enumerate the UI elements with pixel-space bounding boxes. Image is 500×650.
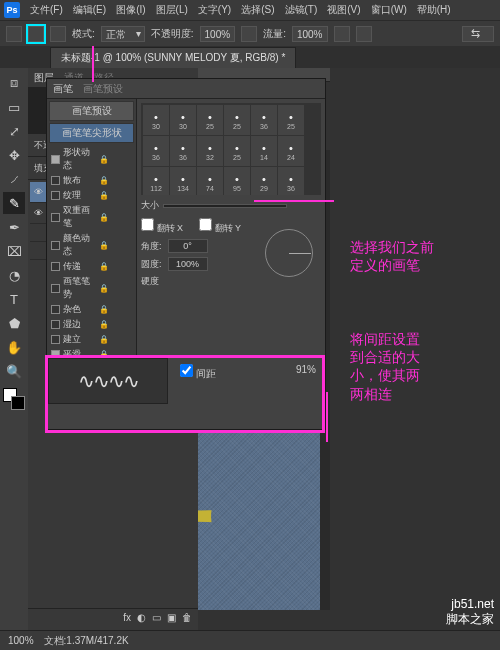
brush-thumb[interactable]: •25 — [224, 136, 250, 166]
tab-brush[interactable]: 画笔 — [53, 82, 73, 96]
new-layer-icon[interactable]: ▣ — [167, 612, 176, 627]
pressure-opacity-icon[interactable] — [241, 26, 257, 42]
flow-field[interactable]: 100% — [292, 26, 328, 42]
menu-select[interactable]: 选择(S) — [237, 1, 278, 19]
checkbox-icon[interactable] — [51, 284, 60, 293]
lasso-tool[interactable]: ⤢ — [3, 120, 25, 142]
brush-thumb[interactable]: •32 — [197, 136, 223, 166]
checkbox-icon[interactable] — [51, 155, 60, 164]
shape-tool[interactable]: ⬟ — [3, 312, 25, 334]
tool-preset-icon[interactable] — [6, 26, 22, 42]
menu-file[interactable]: 文件(F) — [26, 1, 67, 19]
brush-option-row[interactable]: 散布🔒 — [49, 173, 134, 188]
document-tab[interactable]: 未标题-1 @ 100% (SUNNY MELODY 夏, RGB/8) * — [50, 47, 296, 68]
brush-tool[interactable]: ✎ — [3, 192, 25, 214]
zoom-tool[interactable]: 🔍 — [3, 360, 25, 382]
lock-icon[interactable]: 🔒 — [99, 284, 132, 293]
menu-edit[interactable]: 编辑(E) — [69, 1, 110, 19]
menu-help[interactable]: 帮助(H) — [413, 1, 455, 19]
lock-icon[interactable]: 🔒 — [99, 305, 132, 314]
brush-thumb[interactable]: •25 — [278, 105, 304, 135]
move-tool[interactable]: ⧈ — [3, 72, 25, 94]
visibility-icon[interactable]: 👁 — [32, 208, 44, 218]
brush-option-row[interactable]: 杂色🔒 — [49, 302, 134, 317]
menu-type[interactable]: 文字(Y) — [194, 1, 235, 19]
airbrush-icon[interactable] — [334, 26, 350, 42]
brush-thumb[interactable]: •112 — [143, 167, 169, 195]
visibility-icon[interactable]: 👁 — [32, 187, 44, 197]
flip-y-checkbox[interactable] — [199, 218, 212, 231]
checkbox-icon[interactable] — [51, 213, 60, 222]
brush-thumb[interactable]: •36 — [278, 167, 304, 195]
checkbox-icon[interactable] — [51, 191, 60, 200]
brush-thumb[interactable]: •29 — [251, 167, 277, 195]
angle-control[interactable] — [265, 229, 313, 277]
eyedropper-tool[interactable]: ⟋ — [3, 168, 25, 190]
opacity-field[interactable]: 100% — [200, 26, 236, 42]
crop-tool[interactable]: ✥ — [3, 144, 25, 166]
brush-preset-picker[interactable] — [28, 26, 44, 42]
stamp-tool[interactable]: ✒ — [3, 216, 25, 238]
color-swatch[interactable] — [3, 388, 25, 410]
brush-thumb[interactable]: •30 — [170, 105, 196, 135]
checkbox-icon[interactable] — [51, 335, 60, 344]
folder-icon[interactable]: ▭ — [152, 612, 161, 627]
lock-icon[interactable]: 🔒 — [99, 262, 132, 271]
lock-icon[interactable]: 🔒 — [99, 155, 132, 164]
brush-option-row[interactable]: 传递🔒 — [49, 259, 134, 274]
menu-layer[interactable]: 图层(L) — [152, 1, 192, 19]
brush-thumb[interactable]: •24 — [278, 136, 304, 166]
brush-thumb[interactable]: •30 — [143, 105, 169, 135]
brush-option-row[interactable]: 形状动态🔒 — [49, 145, 134, 173]
spacing-checkbox[interactable] — [180, 364, 193, 377]
menu-image[interactable]: 图像(I) — [112, 1, 149, 19]
lock-icon[interactable]: 🔒 — [99, 176, 132, 185]
brush-option-row[interactable]: 纹理🔒 — [49, 188, 134, 203]
workspace-switcher[interactable] — [462, 26, 494, 42]
brush-tip-shape-button[interactable]: 画笔笔尖形状 — [49, 123, 134, 143]
brush-option-row[interactable]: 湿边🔒 — [49, 317, 134, 332]
gradient-tool[interactable]: ◔ — [3, 264, 25, 286]
checkbox-icon[interactable] — [51, 262, 60, 271]
fx-icon[interactable]: fx — [123, 612, 131, 627]
size-slider[interactable] — [163, 204, 287, 208]
type-tool[interactable]: T — [3, 288, 25, 310]
brush-option-row[interactable]: 颜色动态🔒 — [49, 231, 134, 259]
lock-icon[interactable]: 🔒 — [99, 191, 132, 200]
tab-brush-presets[interactable]: 画笔预设 — [83, 82, 123, 96]
trash-icon[interactable]: 🗑 — [182, 612, 192, 627]
brush-thumb[interactable]: •36 — [251, 105, 277, 135]
pressure-size-icon[interactable] — [356, 26, 372, 42]
brush-option-row[interactable]: 双重画笔🔒 — [49, 203, 134, 231]
hand-tool[interactable]: ✋ — [3, 336, 25, 358]
lock-icon[interactable]: 🔒 — [99, 241, 132, 250]
brush-panel-toggle[interactable] — [50, 26, 66, 42]
brush-thumb[interactable]: •25 — [197, 105, 223, 135]
roundness-field[interactable]: 100% — [168, 257, 208, 271]
brush-thumb[interactable]: •95 — [224, 167, 250, 195]
checkbox-icon[interactable] — [51, 305, 60, 314]
spacing-value[interactable]: 91% — [296, 364, 316, 375]
brush-thumb[interactable]: •36 — [170, 136, 196, 166]
menu-filter[interactable]: 滤镜(T) — [281, 1, 322, 19]
checkbox-icon[interactable] — [51, 176, 60, 185]
brush-thumb[interactable]: •74 — [197, 167, 223, 195]
marquee-tool[interactable]: ▭ — [3, 96, 25, 118]
menu-window[interactable]: 窗口(W) — [367, 1, 411, 19]
brush-thumb[interactable]: •25 — [224, 105, 250, 135]
brush-option-row[interactable]: 画笔笔势🔒 — [49, 274, 134, 302]
zoom-level[interactable]: 100% — [8, 635, 34, 646]
flip-x-checkbox[interactable] — [141, 218, 154, 231]
lock-icon[interactable]: 🔒 — [99, 320, 132, 329]
brush-presets-button[interactable]: 画笔预设 — [49, 101, 134, 121]
mask-icon[interactable]: ◐ — [137, 612, 146, 627]
brush-thumb[interactable]: •134 — [170, 167, 196, 195]
checkbox-icon[interactable] — [51, 241, 60, 250]
brush-option-row[interactable]: 建立🔒 — [49, 332, 134, 347]
eraser-tool[interactable]: ⌧ — [3, 240, 25, 262]
mode-dropdown[interactable]: 正常 — [101, 26, 145, 42]
angle-field[interactable]: 0° — [168, 239, 208, 253]
brush-thumb[interactable]: •14 — [251, 136, 277, 166]
menu-view[interactable]: 视图(V) — [323, 1, 364, 19]
checkbox-icon[interactable] — [51, 320, 60, 329]
